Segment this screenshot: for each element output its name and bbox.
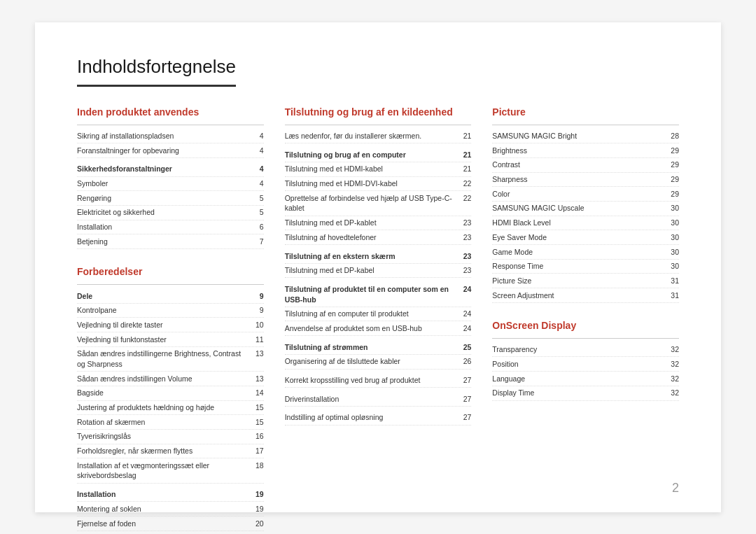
toc-entry-text: Color [492,189,665,199]
toc-entries: Sikring af installationspladsen4Foransta… [77,125,264,250]
toc-entry: Response Time30 [492,260,679,274]
toc-entry-text: Tilslutning af strømmen [285,342,458,353]
toc-entry: Language32 [492,372,679,386]
toc-entry-num: 27 [463,395,472,403]
toc-section: Inden produktet anvendesSikring af insta… [77,106,264,250]
toc-entry-num: 13 [255,374,264,383]
toc-entry-num: 27 [463,413,472,421]
toc-entry-num: 31 [671,291,679,300]
toc-entry-num: 29 [671,175,679,183]
toc-entry: Kontrolpane9 [77,304,264,318]
toc-entry-text: Betjening [77,237,254,247]
toc-section: Tilslutning og brug af en kildeenhedLæs … [285,106,472,426]
toc-entry-text: Eye Saver Mode [492,232,665,243]
toc-entry-num: 21 [463,150,472,159]
toc-entry: Contrast29 [492,158,679,173]
toc-entry-num: 5 [260,208,264,216]
toc-entry: Bagside14 [77,386,264,401]
toc-entry-num: 32 [671,360,679,368]
toc-entry: Installation19 [77,488,264,503]
toc-entry-text: Oprettelse af forbindelse ved hjælp af U… [285,193,458,213]
toc-entry-text: Tilslutning af en computer til produktet [285,309,458,319]
toc-entry-text: Sådan ændres indstillingen Volume [77,374,250,384]
toc-entry-text: Position [492,359,665,370]
toc-entry-num: 30 [671,204,679,212]
toc-entry-text: Tilslutning af produktet til en computer… [285,284,458,304]
toc-entry-text: Anvendelse af produktet som en USB-hub [285,323,458,334]
toc-entry-num: 21 [463,132,472,140]
toc-entry: Sådan ændres indstillingerne Brightness,… [77,347,264,372]
toc-entry-num: 32 [671,345,679,353]
toc-entry-text: Sikring af installationspladsen [77,131,254,141]
column-3: PictureSAMSUNG MAGIC Bright28Brightness2… [492,106,679,486]
toc-entry: Tilslutning af produktet til en computer… [285,282,472,307]
toc-entry: Oprettelse af forbindelse ved hjælp af U… [285,191,472,216]
toc-section: ForberedelserDele9Kontrolpane9Vejledning… [77,266,264,531]
toc-entry: Tilslutning med et HDMI-kabel21 [285,162,472,177]
toc-entry-text: Rengøring [77,193,254,204]
toc-entry-text: Vejledning til direkte taster [77,320,250,330]
toc-entry-num: 4 [260,146,264,155]
toc-entry-text: Tyverisikringslås [77,431,250,442]
toc-entry-num: 21 [463,164,472,173]
toc-entry-text: Tilslutning med et DP-kabel [285,265,458,276]
toc-entries: Dele9Kontrolpane9Vejledning til direkte … [77,284,264,531]
toc-entry-num: 24 [463,324,472,332]
toc-entry-num: 18 [255,461,264,470]
column-2: Tilslutning og brug af en kildeenhedLæs … [285,106,493,486]
toc-entry-text: Picture Size [492,276,665,286]
toc-entry-text: SAMSUNG MAGIC Bright [492,131,665,141]
toc-entry-num: 13 [255,349,264,358]
toc-entry-text: Tilslutning med et HDMI-kabel [285,164,458,174]
toc-entry-num: 29 [671,146,679,155]
toc-entry-text: Installation [77,489,250,500]
toc-entry-text: Kontrolpane [77,305,254,316]
toc-entry-text: Korrekt kropsstilling ved brug af produk… [285,375,458,386]
toc-entry-text: Sharpness [492,174,665,185]
toc-entry: Tilslutning med et DP-kabel23 [285,264,472,279]
toc-entry: Driverinstallation27 [285,392,472,407]
toc-entry: Vejledning til direkte taster10 [77,318,264,332]
page-number: 2 [672,481,679,496]
toc-entry-text: Elektricitet og sikkerhed [77,207,254,218]
toc-entry-num: 6 [260,223,264,231]
toc-entry-num: 29 [671,190,679,198]
toc-entry-text: Contrast [492,160,665,170]
toc-entry-text: Transparency [492,344,665,355]
toc-entry-text: Organisering af de tilsluttede kabler [285,356,458,367]
toc-entry: Transparency32 [492,343,679,358]
toc-entry: Sådan ændres indstillingen Volume13 [77,372,264,386]
toc-entry-text: Dele [77,291,254,302]
toc-entry-num: 4 [260,179,264,188]
toc-entry-text: Tilslutning og brug af en computer [285,150,458,160]
toc-entry-text: Sikkerhedsforanstaltninger [77,164,254,174]
toc-entry-num: 15 [255,418,264,426]
toc-entry-num: 17 [255,447,264,455]
toc-entry: Sikring af installationspladsen4 [77,129,264,144]
toc-entry-text: Language [492,374,665,384]
toc-entry-num: 32 [671,374,679,383]
toc-entry-text: Montering af soklen [77,504,250,514]
toc-entry-text: Tilslutning med et DP-kablet [285,218,458,228]
page-title: Indholdsfortegnelse [77,56,236,87]
toc-entry: Rotation af skærmen15 [77,415,264,430]
toc-entry: Vejledning til funktonstaster11 [77,332,264,347]
toc-entry-num: 30 [671,233,679,241]
toc-entry-text: Tilslutning af hovedtelefoner [285,232,458,243]
toc-entry: Brightness29 [492,143,679,158]
page: Indholdsfortegnelse Inden produktet anve… [35,22,721,512]
toc-entry: Display Time32 [492,386,679,401]
toc-entry-num: 30 [671,218,679,227]
toc-entry: Tilslutning af strømmen25 [285,340,472,355]
toc-entry: Indstilling af optimal opløsning27 [285,411,472,426]
toc-entry-num: 7 [260,237,264,246]
toc-entry: Tilslutning med et HDMI-DVI-kabel22 [285,177,472,192]
toc-entry-num: 25 [463,343,472,351]
toc-entry-num: 32 [671,388,679,397]
toc-entry-num: 10 [255,321,264,329]
toc-entry-num: 9 [260,292,264,300]
toc-entry: Picture Size31 [492,274,679,288]
toc-entry-num: 24 [463,309,472,318]
toc-entry: Forholdsregler, når skærmen flyttes17 [77,444,264,459]
toc-entry-num: 30 [671,248,679,256]
